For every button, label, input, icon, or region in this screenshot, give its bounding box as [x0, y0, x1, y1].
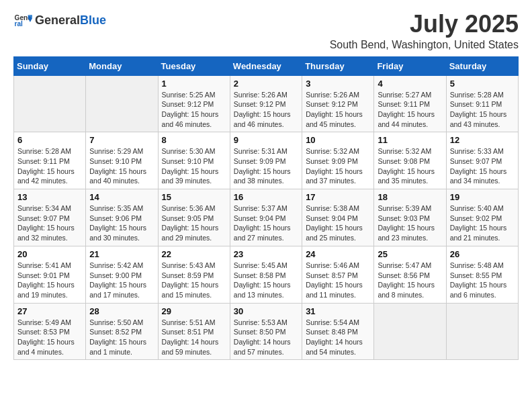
- calendar-cell: [86, 75, 158, 132]
- day-info: Sunrise: 5:49 AM Sunset: 8:53 PM Dayligh…: [17, 318, 82, 357]
- day-info: Sunrise: 5:38 AM Sunset: 9:04 PM Dayligh…: [306, 203, 370, 243]
- day-info: Sunrise: 5:29 AM Sunset: 9:10 PM Dayligh…: [89, 146, 154, 186]
- day-info: Sunrise: 5:41 AM Sunset: 9:01 PM Dayligh…: [17, 261, 82, 300]
- day-number: 24: [306, 249, 370, 259]
- day-number: 5: [450, 79, 515, 89]
- logo-text-blue: Blue: [80, 13, 106, 28]
- day-info: Sunrise: 5:47 AM Sunset: 8:56 PM Dayligh…: [378, 261, 442, 300]
- calendar-cell: 20Sunrise: 5:41 AM Sunset: 9:01 PM Dayli…: [14, 246, 86, 303]
- calendar-cell: 27Sunrise: 5:49 AM Sunset: 8:53 PM Dayli…: [14, 303, 86, 360]
- calendar-cell: 26Sunrise: 5:48 AM Sunset: 8:55 PM Dayli…: [446, 246, 518, 303]
- calendar-week-row: 27Sunrise: 5:49 AM Sunset: 8:53 PM Dayli…: [14, 303, 519, 360]
- calendar-cell: 11Sunrise: 5:32 AM Sunset: 9:08 PM Dayli…: [374, 132, 446, 189]
- day-info: Sunrise: 5:25 AM Sunset: 9:12 PM Dayligh…: [162, 90, 226, 130]
- calendar-cell: 19Sunrise: 5:40 AM Sunset: 9:02 PM Dayli…: [446, 189, 518, 246]
- day-info: Sunrise: 5:34 AM Sunset: 9:07 PM Dayligh…: [17, 203, 82, 243]
- calendar-cell: [14, 75, 86, 132]
- calendar-cell: 18Sunrise: 5:39 AM Sunset: 9:03 PM Dayli…: [374, 189, 446, 246]
- day-info: Sunrise: 5:27 AM Sunset: 9:11 PM Dayligh…: [378, 90, 442, 130]
- day-number: 2: [234, 79, 298, 89]
- day-info: Sunrise: 5:43 AM Sunset: 8:59 PM Dayligh…: [162, 261, 226, 300]
- calendar-cell: 14Sunrise: 5:35 AM Sunset: 9:06 PM Dayli…: [86, 189, 158, 246]
- day-info: Sunrise: 5:53 AM Sunset: 8:50 PM Dayligh…: [234, 318, 298, 357]
- header-cell: Wednesday: [230, 56, 302, 75]
- calendar-cell: 31Sunrise: 5:54 AM Sunset: 8:48 PM Dayli…: [302, 303, 374, 360]
- page-header: Gene ral GeneralBlue July 2025 South Ben…: [13, 11, 519, 51]
- day-info: Sunrise: 5:36 AM Sunset: 9:05 PM Dayligh…: [162, 203, 226, 243]
- calendar-cell: 24Sunrise: 5:46 AM Sunset: 8:57 PM Dayli…: [302, 246, 374, 303]
- day-number: 28: [89, 306, 154, 316]
- day-info: Sunrise: 5:26 AM Sunset: 9:12 PM Dayligh…: [306, 90, 370, 130]
- day-number: 29: [162, 306, 226, 316]
- header-cell: Friday: [374, 56, 446, 75]
- calendar-cell: 12Sunrise: 5:33 AM Sunset: 9:07 PM Dayli…: [446, 132, 518, 189]
- calendar-cell: [374, 303, 446, 360]
- day-number: 19: [450, 192, 515, 202]
- calendar-cell: 25Sunrise: 5:47 AM Sunset: 8:56 PM Dayli…: [374, 246, 446, 303]
- calendar-cell: 1Sunrise: 5:25 AM Sunset: 9:12 PM Daylig…: [158, 75, 230, 132]
- calendar-cell: 23Sunrise: 5:45 AM Sunset: 8:58 PM Dayli…: [230, 246, 302, 303]
- calendar-week-row: 13Sunrise: 5:34 AM Sunset: 9:07 PM Dayli…: [14, 189, 519, 246]
- day-number: 15: [162, 192, 226, 202]
- day-info: Sunrise: 5:54 AM Sunset: 8:48 PM Dayligh…: [306, 318, 370, 357]
- day-number: 22: [162, 249, 226, 259]
- day-number: 3: [306, 79, 370, 89]
- calendar-cell: 5Sunrise: 5:28 AM Sunset: 9:11 PM Daylig…: [446, 75, 518, 132]
- day-number: 30: [234, 306, 298, 316]
- calendar-cell: 10Sunrise: 5:32 AM Sunset: 9:09 PM Dayli…: [302, 132, 374, 189]
- calendar-table: SundayMondayTuesdayWednesdayThursdayFrid…: [13, 56, 519, 361]
- day-info: Sunrise: 5:32 AM Sunset: 9:08 PM Dayligh…: [378, 146, 442, 186]
- calendar-cell: 16Sunrise: 5:37 AM Sunset: 9:04 PM Dayli…: [230, 189, 302, 246]
- day-info: Sunrise: 5:51 AM Sunset: 8:51 PM Dayligh…: [162, 318, 226, 357]
- header-cell: Saturday: [446, 56, 518, 75]
- title-area: July 2025 South Bend, Washington, United…: [330, 11, 519, 51]
- day-info: Sunrise: 5:32 AM Sunset: 9:09 PM Dayligh…: [306, 146, 370, 186]
- calendar-cell: 28Sunrise: 5:50 AM Sunset: 8:52 PM Dayli…: [86, 303, 158, 360]
- day-number: 27: [17, 306, 82, 316]
- calendar-cell: 30Sunrise: 5:53 AM Sunset: 8:50 PM Dayli…: [230, 303, 302, 360]
- calendar-cell: 6Sunrise: 5:28 AM Sunset: 9:11 PM Daylig…: [14, 132, 86, 189]
- day-number: 20: [17, 249, 82, 259]
- day-info: Sunrise: 5:28 AM Sunset: 9:11 PM Dayligh…: [450, 90, 515, 130]
- day-number: 13: [17, 192, 82, 202]
- day-number: 21: [89, 249, 154, 259]
- day-info: Sunrise: 5:45 AM Sunset: 8:58 PM Dayligh…: [234, 261, 298, 300]
- day-number: 25: [378, 249, 442, 259]
- svg-text:ral: ral: [15, 20, 24, 28]
- day-number: 7: [89, 135, 154, 145]
- logo-text-general: General: [35, 13, 80, 28]
- calendar-week-row: 20Sunrise: 5:41 AM Sunset: 9:01 PM Dayli…: [14, 246, 519, 303]
- subtitle: South Bend, Washington, United States: [330, 39, 519, 51]
- calendar-week-row: 6Sunrise: 5:28 AM Sunset: 9:11 PM Daylig…: [14, 132, 519, 189]
- calendar-cell: 3Sunrise: 5:26 AM Sunset: 9:12 PM Daylig…: [302, 75, 374, 132]
- day-number: 1: [162, 79, 226, 89]
- day-info: Sunrise: 5:46 AM Sunset: 8:57 PM Dayligh…: [306, 261, 370, 300]
- day-info: Sunrise: 5:31 AM Sunset: 9:09 PM Dayligh…: [234, 146, 298, 186]
- calendar-cell: 21Sunrise: 5:42 AM Sunset: 9:00 PM Dayli…: [86, 246, 158, 303]
- calendar-cell: 8Sunrise: 5:30 AM Sunset: 9:10 PM Daylig…: [158, 132, 230, 189]
- day-info: Sunrise: 5:33 AM Sunset: 9:07 PM Dayligh…: [450, 146, 515, 186]
- calendar-cell: [446, 303, 518, 360]
- day-number: 11: [378, 135, 442, 145]
- day-info: Sunrise: 5:48 AM Sunset: 8:55 PM Dayligh…: [450, 261, 515, 300]
- calendar-cell: 7Sunrise: 5:29 AM Sunset: 9:10 PM Daylig…: [86, 132, 158, 189]
- header-cell: Monday: [86, 56, 158, 75]
- day-info: Sunrise: 5:30 AM Sunset: 9:10 PM Dayligh…: [162, 146, 226, 186]
- day-number: 26: [450, 249, 515, 259]
- day-number: 18: [378, 192, 442, 202]
- logo: Gene ral GeneralBlue: [13, 11, 106, 30]
- day-info: Sunrise: 5:37 AM Sunset: 9:04 PM Dayligh…: [234, 203, 298, 243]
- day-info: Sunrise: 5:28 AM Sunset: 9:11 PM Dayligh…: [17, 146, 82, 186]
- calendar-cell: 22Sunrise: 5:43 AM Sunset: 8:59 PM Dayli…: [158, 246, 230, 303]
- day-info: Sunrise: 5:50 AM Sunset: 8:52 PM Dayligh…: [89, 318, 154, 357]
- day-number: 4: [378, 79, 442, 89]
- day-info: Sunrise: 5:42 AM Sunset: 9:00 PM Dayligh…: [89, 261, 154, 300]
- day-number: 16: [234, 192, 298, 202]
- main-title: July 2025: [330, 11, 519, 38]
- calendar-cell: 2Sunrise: 5:26 AM Sunset: 9:12 PM Daylig…: [230, 75, 302, 132]
- day-number: 17: [306, 192, 370, 202]
- day-info: Sunrise: 5:35 AM Sunset: 9:06 PM Dayligh…: [89, 203, 154, 243]
- calendar-cell: 15Sunrise: 5:36 AM Sunset: 9:05 PM Dayli…: [158, 189, 230, 246]
- day-info: Sunrise: 5:40 AM Sunset: 9:02 PM Dayligh…: [450, 203, 515, 243]
- day-info: Sunrise: 5:39 AM Sunset: 9:03 PM Dayligh…: [378, 203, 442, 243]
